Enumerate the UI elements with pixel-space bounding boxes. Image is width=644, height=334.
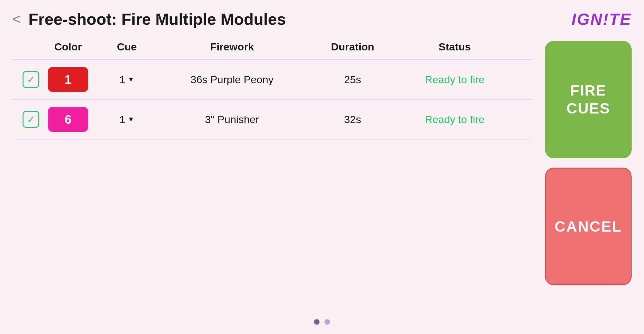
row1-cue-cell: 1 ▼: [93, 74, 161, 86]
row2-cue-dropdown-icon[interactable]: ▼: [128, 115, 135, 123]
side-buttons: FIRECUES CANCEL: [545, 35, 632, 328]
back-button[interactable]: <: [12, 12, 21, 27]
col-header-cue: Cue: [93, 41, 161, 53]
row2-color-badge[interactable]: 6: [48, 107, 88, 132]
col-header-status: Status: [402, 41, 507, 53]
table-header: Color Cue Firework Duration Status: [12, 41, 533, 60]
row1-status: Ready to fire: [402, 74, 507, 86]
cancel-button[interactable]: CANCEL: [545, 168, 632, 285]
pagination-dot-2[interactable]: [324, 319, 330, 325]
page-title: Free-shoot: Fire Multiple Modules: [28, 10, 286, 28]
table-row: ✓ 1 1 ▼ 36s Purple Peony 25s Ready to fi…: [12, 60, 533, 100]
pagination-dot-1[interactable]: [314, 319, 320, 325]
row1-cue-number: 1: [119, 74, 125, 86]
pagination: [314, 319, 330, 325]
header-left: < Free-shoot: Fire Multiple Modules: [12, 10, 286, 28]
row2-checkbox[interactable]: ✓: [23, 111, 39, 128]
row1-checkbox[interactable]: ✓: [23, 71, 39, 88]
col-header-duration: Duration: [303, 41, 402, 53]
row2-firework: 3" Punisher: [161, 113, 303, 126]
row1-check-icon: ✓: [27, 75, 35, 84]
fire-cues-button[interactable]: FIRECUES: [545, 41, 632, 158]
row2-check-icon: ✓: [27, 114, 35, 124]
fire-cues-label: FIRECUES: [566, 82, 610, 117]
row1-color-cell: 1: [43, 67, 93, 92]
row2-duration: 32s: [303, 113, 402, 126]
row1-firework: 36s Purple Peony: [161, 74, 303, 86]
col-header-firework: Firework: [161, 41, 303, 53]
col-header-select: [19, 41, 43, 53]
table-row: ✓ 6 1 ▼ 3" Punisher 32s Ready to fire: [12, 100, 533, 139]
page-header: < Free-shoot: Fire Multiple Modules IGN!…: [0, 0, 644, 35]
row1-checkbox-cell: ✓: [19, 71, 43, 88]
app-logo: IGN!TE: [572, 10, 632, 28]
col-header-color: Color: [43, 41, 93, 53]
row2-cue-cell: 1 ▼: [93, 113, 161, 126]
row1-duration: 25s: [303, 74, 402, 86]
row2-checkbox-cell: ✓: [19, 111, 43, 128]
row2-status: Ready to fire: [402, 113, 507, 126]
main-content: Color Cue Firework Duration Status ✓ 1 1…: [0, 35, 644, 328]
row2-cue-number: 1: [119, 113, 125, 126]
cue-table: Color Cue Firework Duration Status ✓ 1 1…: [12, 35, 533, 328]
row1-cue-dropdown-icon[interactable]: ▼: [128, 75, 135, 84]
row2-color-cell: 6: [43, 107, 93, 132]
cancel-label: CANCEL: [555, 218, 622, 235]
row1-color-badge[interactable]: 1: [48, 67, 88, 92]
